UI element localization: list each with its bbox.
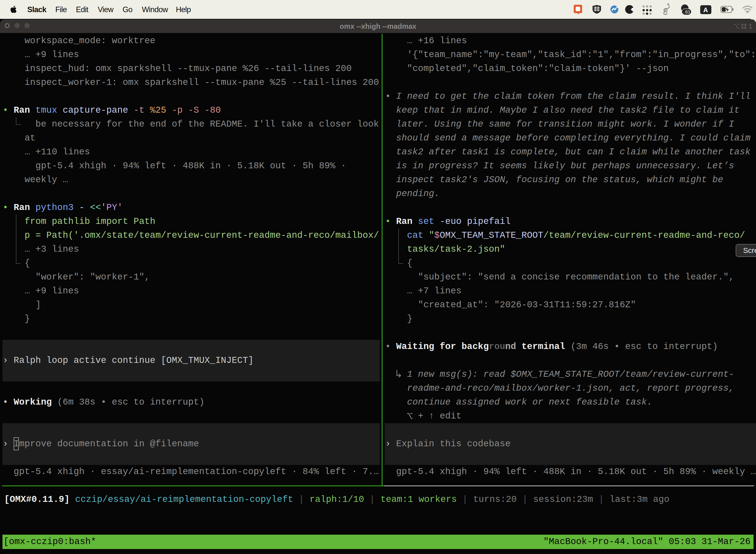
- svg-text:..61: ..61: [683, 9, 690, 14]
- svg-text:A: A: [703, 6, 708, 14]
